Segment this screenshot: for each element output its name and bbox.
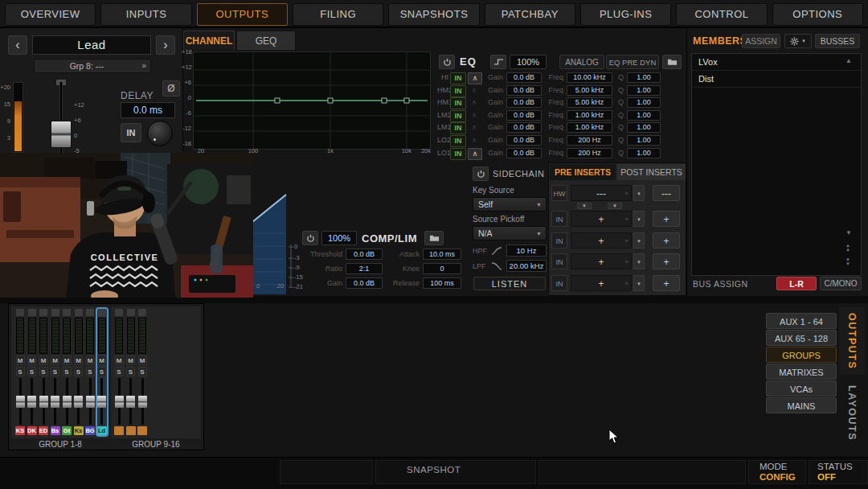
eq-q-value[interactable]: 1.00 [627,135,661,146]
fader-cap[interactable] [115,396,124,408]
status-indicator[interactable]: STATUS OFF [809,460,868,484]
eq-freq-value[interactable]: 5.00 kHz [567,97,612,108]
strip-solo-button[interactable]: S [51,367,59,376]
insert-slot-dropdown[interactable]: ▼ [633,232,645,249]
strip-select-button[interactable] [98,309,106,316]
member-item-lvox[interactable]: LVox [692,54,861,71]
comp-release-value[interactable]: 100 ms [423,277,461,289]
assign-button[interactable]: ASSIGN [742,34,780,48]
insert-hw-b-dropdown[interactable]: ▼ [608,203,622,209]
nav-tab-overview[interactable]: OVERVIEW [5,3,96,26]
tab-post-inserts[interactable]: POST INSERTS [617,164,686,180]
eq-graph[interactable] [193,51,431,150]
fader-cap[interactable] [97,396,106,408]
strip-solo-button[interactable]: S [16,367,25,376]
strip-mute-button[interactable]: M [138,355,147,365]
strip-select-button[interactable] [28,309,36,316]
busses-button[interactable]: BUSSES [815,34,860,48]
bus-assign-lr-button[interactable]: L-R [776,277,817,290]
insert-none-button[interactable]: --- [653,185,680,201]
bank-strip-untitled-9[interactable]: MS [126,309,136,435]
insert-slot-button[interactable]: +» [571,211,632,227]
strip-fader[interactable] [51,378,60,425]
mode-indicator[interactable]: MODE CONFIG [748,460,806,484]
nav-tab-inputs[interactable]: INPUTS [100,3,191,26]
eq-node[interactable] [328,98,333,103]
strip-mute-button[interactable]: M [86,355,95,365]
insert-slot-button[interactable]: +» [571,275,632,291]
strip-fader[interactable] [74,378,84,425]
strip-fader[interactable] [39,378,48,425]
insert-slot-dropdown[interactable]: ▼ [633,275,645,291]
group-assign-button[interactable]: Grp 8: --- » [34,59,151,73]
side-tab-layouts[interactable]: LAYOUTS [839,380,865,447]
comp-preset-folder-button[interactable] [424,231,444,245]
view-button-groups[interactable]: GROUPS [766,347,837,363]
members-settings-button[interactable]: ▼ [784,34,812,48]
bank-strip-gt[interactable]: MSGt [62,309,72,435]
nav-tab-snapshots[interactable]: SNAPSHOTS [388,3,479,26]
eq-band-in-button[interactable]: IN [450,122,466,134]
page-up-icon[interactable]: ▲▲ [845,244,850,252]
strip-solo-button[interactable]: S [74,367,83,376]
strip-fader[interactable] [85,378,95,425]
snapshot-segment[interactable]: SNAPSHOT [375,460,536,484]
strip-mute-button[interactable]: M [16,355,25,365]
eq-node[interactable] [404,98,409,103]
comp-ratio-value[interactable]: 2:1 [346,263,383,274]
nav-tab-options[interactable]: OPTIONS [772,3,863,26]
view-button-aux-1-64[interactable]: AUX 1 - 64 [766,313,837,329]
strip-select-button[interactable] [138,309,146,316]
view-button-aux-65-128[interactable]: AUX 65 - 128 [766,330,837,346]
strip-fader[interactable] [62,378,72,425]
eq-freq-value[interactable]: 5.00 kHz [567,85,612,96]
nav-tab-patchbay[interactable]: PATCHBAY [485,3,575,26]
strip-select-button[interactable] [51,309,59,316]
strip-fader[interactable] [97,378,107,425]
eq-freq-value[interactable]: 1.00 kHz [567,110,612,121]
source-pickoff-dropdown[interactable]: N/A ▼ [473,226,547,240]
delay-knob[interactable] [147,121,173,146]
listen-button[interactable]: LISTEN [473,277,546,290]
fader-cap[interactable] [39,396,48,408]
sidechain-power-button[interactable] [473,166,489,181]
eq-q-value[interactable]: 1.00 [627,97,661,108]
eq-pre-dyn-button[interactable]: EQ PRE DYN [606,55,659,69]
eq-freq-value[interactable]: 1.00 kHz [567,122,612,133]
scroll-up-icon[interactable]: ▲ [845,58,852,64]
bank-strip-bg[interactable]: MSBG [85,309,95,435]
eq-q-value[interactable]: 1.00 [627,85,661,96]
strip-select-button[interactable] [127,309,135,316]
bank-strip-ed[interactable]: MSED [39,309,48,435]
eq-preset-folder-button[interactable] [662,55,682,69]
bank-strip-ks[interactable]: MSKs [74,309,84,435]
delay-in-button[interactable]: IN [121,123,141,142]
eq-band-in-button[interactable]: IN [450,148,466,160]
strip-mute-button[interactable]: M [74,355,83,365]
eq-power-button[interactable] [439,55,455,69]
bank-strip-ks[interactable]: MSKS [15,309,25,435]
tab-pre-inserts[interactable]: PRE INSERTS [550,164,616,180]
nav-tab-outputs[interactable]: OUTPUTS [197,3,288,26]
bank-strip-untitled-10[interactable]: MS [137,309,147,435]
strip-select-button[interactable] [39,309,47,316]
eq-gain-value[interactable]: 0.0 dB [506,72,542,83]
strip-fader[interactable] [114,378,124,425]
view-button-vcas[interactable]: VCAs [766,380,837,397]
strip-solo-button[interactable]: S [126,367,135,376]
strip-solo-button[interactable]: S [86,367,95,376]
comp-power-button[interactable] [302,231,318,245]
strip-solo-button[interactable]: S [39,367,48,376]
fader-cap[interactable] [126,396,135,408]
eq-gain-value[interactable]: 0.0 dB [506,148,542,158]
comp-mix-value[interactable]: 100% [321,231,357,245]
fader-cap[interactable] [16,396,25,408]
eq-gain-value[interactable]: 0.0 dB [506,135,542,146]
eq-band-shape-icon[interactable]: ∧ [468,148,482,160]
strip-select-button[interactable] [75,309,83,316]
nav-tab-plug-ins[interactable]: PLUG-INS [580,3,671,26]
eq-q-value[interactable]: 1.00 [627,110,661,121]
eq-q-value[interactable]: 1.00 [627,122,661,133]
view-button-matrixes[interactable]: MATRIXES [766,364,837,380]
members-list[interactable]: LVoxDist [691,53,862,276]
